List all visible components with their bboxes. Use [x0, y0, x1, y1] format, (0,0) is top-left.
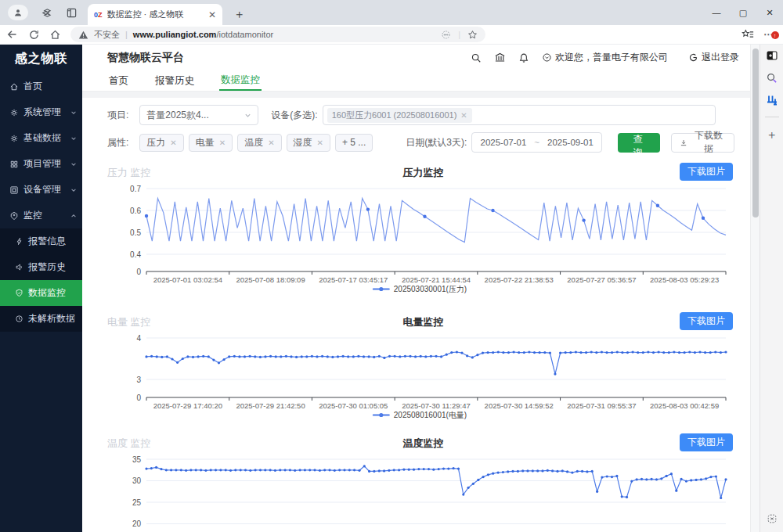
pressure-chart-canvas[interactable]: 0.70.60.50.402025-07-01 03:02:542025-07-… [107, 182, 748, 300]
tab-favicon: 0Z [94, 11, 103, 19]
browser-addressbar: 不安全 | www.puliangiot.com/iotdatamonitor … [0, 25, 783, 45]
sidebar-item-basedata[interactable]: 基础数据 [0, 125, 82, 151]
gear-icon [9, 108, 19, 117]
add-sidebar-item-icon[interactable]: ＋ [766, 128, 778, 142]
svg-text:2025-08-03 05:29:23: 2025-08-03 05:29:23 [650, 275, 719, 284]
window-close-button[interactable]: ✕ [756, 0, 783, 25]
sidebar-item-alarm-history[interactable]: 报警历史 [0, 254, 82, 280]
attr-tag-pressure[interactable]: 压力✕ [139, 134, 183, 152]
svg-text:35: 35 [132, 455, 142, 464]
filter-panel: 项目: 普量2025款4... 设备(多选): 160型压力6001 (2025… [82, 98, 750, 161]
organization-icon[interactable] [494, 52, 506, 63]
download-data-button[interactable]: 下载数据 [671, 133, 734, 153]
window-maximize-button[interactable]: ▢ [730, 0, 756, 25]
speaker-icon [15, 263, 23, 271]
sidebar-item-alarm-info[interactable]: 报警信息 [0, 228, 82, 254]
url-bar[interactable]: 不安全 | www.puliangiot.com/iotdatamonitor … [70, 27, 485, 42]
sidebar-settings-icon[interactable] [760, 513, 783, 524]
browser-menu-icon[interactable]: ⋯↑ [763, 29, 774, 40]
svg-text:2025-07-01 03:02:54: 2025-07-01 03:02:54 [153, 275, 222, 284]
logout-button[interactable]: 退出登录 [688, 51, 739, 64]
sidebar-panel-icon[interactable] [766, 49, 778, 62]
svg-text:4: 4 [136, 334, 141, 343]
edge-sidebar-app-icon[interactable] [766, 94, 778, 106]
bell-icon[interactable] [518, 52, 529, 63]
sidebar-item-device[interactable]: 设备管理 [0, 177, 82, 203]
security-label: 不安全 [94, 29, 120, 41]
chevron-down-icon [70, 187, 77, 193]
download-image-button[interactable]: 下载图片 [680, 433, 733, 451]
sidebar-item-system[interactable]: 系统管理 [0, 99, 82, 125]
download-image-button[interactable]: 下载图片 [680, 163, 733, 181]
bolt-icon [15, 237, 23, 246]
vertical-tabs-icon[interactable] [64, 5, 78, 20]
favorites-icon[interactable] [742, 28, 754, 41]
tab-close-icon[interactable]: ✕ [208, 9, 216, 20]
remove-tag-icon[interactable]: ✕ [317, 138, 323, 147]
tab-home[interactable]: 首页 [107, 70, 130, 91]
attr-tag-battery[interactable]: 电量✕ [189, 134, 233, 152]
device-tag[interactable]: 160型压力6001 (202508016001)✕ [327, 108, 472, 123]
browser-tabstrip: 0Z 数据监控 · 感之物联 ✕ ＋ — ▢ ✕ [0, 0, 783, 25]
attr-more-tag[interactable]: + 5 ... [335, 134, 373, 152]
attr-tag-humidity[interactable]: 湿度✕ [287, 134, 330, 152]
tab-title: 数据监控 · 感之物联 [107, 9, 204, 20]
svg-text:2025-07-31 09:55:37: 2025-07-31 09:55:37 [567, 401, 636, 410]
sidebar-item-project[interactable]: 项目管理 [0, 151, 82, 177]
svg-text:2025-07-22 21:38:53: 2025-07-22 21:38:53 [485, 275, 554, 284]
svg-text:2025-08-03 00:42:59: 2025-08-03 00:42:59 [650, 401, 719, 410]
logout-icon [688, 52, 698, 63]
svg-text:0.7: 0.7 [130, 185, 141, 193]
window-minimize-button[interactable]: — [703, 0, 730, 25]
sidebar-item-data-monitor[interactable]: 数据监控 [0, 280, 82, 306]
update-badge: ↑ [771, 31, 779, 39]
temperature-chart-canvas[interactable]: 35302520 [107, 453, 748, 532]
sidebar-item-home[interactable]: 首页 [0, 74, 82, 99]
pressure-chart-section: 压力 监控 压力监控 下载图片 0.70.60.50.402025-07-01 … [82, 163, 750, 300]
grid-icon [9, 160, 19, 169]
tab-data-monitor[interactable]: 数据监控 [219, 70, 262, 91]
chevron-down-icon [70, 135, 77, 142]
browser-tab[interactable]: 0Z 数据监控 · 感之物联 ✕ [88, 4, 222, 25]
search-icon[interactable] [766, 72, 778, 84]
svg-text:2025-07-08 18:09:09: 2025-07-08 18:09:09 [236, 275, 305, 284]
svg-text:2025-07-30 14:59:52: 2025-07-30 14:59:52 [485, 401, 554, 410]
svg-text:2025-07-29 17:40:20: 2025-07-29 17:40:20 [153, 401, 222, 410]
home-icon[interactable] [49, 29, 61, 41]
svg-text:202503030001(压力): 202503030001(压力) [394, 285, 467, 293]
download-image-button[interactable]: 下载图片 [680, 312, 733, 330]
remove-tag-icon[interactable]: ✕ [219, 138, 226, 147]
bookmark-star-icon[interactable] [467, 30, 478, 40]
date-range-input[interactable]: 2025-07-01 ~ 2025-09-01 [471, 132, 602, 153]
refresh-icon[interactable] [28, 29, 40, 41]
sidebar-item-monitor[interactable]: 监控 [0, 203, 82, 228]
remove-tag-icon[interactable]: ✕ [460, 111, 467, 120]
project-select[interactable]: 普量2025款4... [139, 105, 258, 125]
temperature-chart-section: 温度 监控 温度监控 下载图片 35302520 [82, 433, 750, 532]
gear-icon [9, 134, 19, 143]
svg-text:2025-07-21 15:44:54: 2025-07-21 15:44:54 [402, 275, 471, 284]
scrollbar-thumb[interactable] [752, 49, 759, 217]
back-icon[interactable] [6, 28, 19, 41]
svg-text:25: 25 [132, 498, 142, 507]
battery-chart-canvas[interactable]: 4302025-07-29 17:40:202025-07-29 21:42:5… [107, 332, 748, 424]
attr-tag-temperature[interactable]: 温度✕ [237, 134, 281, 152]
search-icon[interactable] [471, 52, 482, 63]
device-icon [9, 185, 19, 195]
new-tab-button[interactable]: ＋ [233, 7, 245, 22]
tab-alarm-history[interactable]: 报警历史 [153, 70, 196, 91]
svg-text:2025-07-27 05:36:57: 2025-07-27 05:36:57 [567, 275, 636, 284]
monitor-tag-icon [9, 211, 19, 221]
page-scrollbar[interactable] [750, 45, 760, 532]
remove-tag-icon[interactable]: ✕ [268, 138, 274, 147]
browser-profile-icon[interactable] [8, 5, 28, 20]
platform-title: 智慧物联云平台 [107, 51, 184, 65]
query-button[interactable]: 查 询 [618, 133, 660, 153]
remove-tag-icon[interactable]: ✕ [170, 138, 176, 147]
sidebar-item-unparsed-data[interactable]: 未解析数据 [0, 306, 82, 332]
workspaces-icon[interactable] [39, 5, 53, 20]
welcome-account[interactable]: 欢迎您，普量电子有限公司 [542, 51, 668, 64]
reader-icon[interactable] [441, 30, 451, 40]
device-multiselect[interactable]: 160型压力6001 (202508016001)✕ [323, 105, 716, 125]
warning-icon [78, 30, 88, 40]
